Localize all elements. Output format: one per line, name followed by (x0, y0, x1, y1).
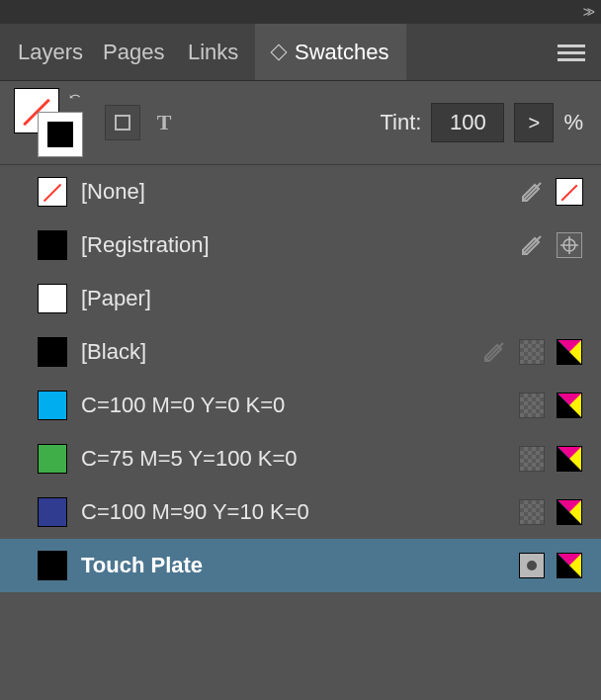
swatch-type-none-icon (556, 178, 583, 206)
cmyk-icon (556, 392, 583, 419)
cmyk-icon (556, 338, 583, 366)
type-icon: T (157, 110, 172, 135)
panel-menu-button[interactable] (542, 24, 601, 80)
tab-pages[interactable]: Pages (85, 24, 170, 80)
container-icon (115, 115, 130, 131)
panel-tabs: Layers Pages Links Swatches (0, 24, 601, 81)
panel-empty-area (0, 592, 601, 700)
cmyk-icon (556, 498, 583, 526)
svg-rect-0 (558, 44, 585, 47)
no-edit-icon (518, 178, 546, 206)
registration-icon (556, 231, 583, 259)
formatting-container-button[interactable] (105, 105, 140, 140)
tab-layers[interactable]: Layers (0, 24, 85, 80)
percent-label: % (563, 110, 583, 135)
swatch-name: [Paper] (81, 286, 583, 311)
swatch-name: [Registration] (81, 232, 504, 258)
hamburger-icon (558, 43, 585, 62)
swatch-chip (38, 284, 67, 313)
global-icon (518, 498, 546, 526)
global-icon (518, 445, 546, 473)
swatch-chip (38, 444, 67, 474)
swatch-chip (38, 497, 67, 527)
swatch-row-touch-plate[interactable]: Touch Plate (0, 539, 601, 592)
tab-links[interactable]: Links (170, 24, 255, 80)
tab-swatches[interactable]: Swatches (255, 24, 406, 80)
svg-line-4 (523, 236, 541, 254)
tint-label: Tint: (380, 110, 421, 135)
tint-control: Tint: > % (380, 103, 583, 142)
collapse-chevrons-icon[interactable]: >> (583, 4, 591, 20)
cmyk-icon (556, 445, 583, 473)
no-edit-icon (518, 231, 546, 259)
svg-line-8 (485, 343, 503, 361)
panel-top-strip: >> (0, 0, 601, 24)
swatch-chip (38, 551, 67, 580)
swatches-panel: >> Layers Pages Links Swatches ⤺ T Tint:… (0, 0, 601, 700)
global-icon (518, 392, 546, 419)
swatch-list: [None] [Registration] [Paper] [Black] (0, 164, 601, 592)
svg-line-3 (523, 183, 541, 201)
swatch-name: Touch Plate (81, 553, 504, 578)
cmyk-icon (556, 552, 583, 579)
tint-stepper[interactable]: > (514, 103, 554, 142)
swatch-name: C=100 M=0 Y=0 K=0 (81, 393, 504, 418)
stroke-proxy[interactable] (38, 112, 83, 157)
swatch-chip (38, 230, 67, 260)
swatch-name: C=100 M=90 Y=10 K=0 (81, 499, 504, 525)
swap-fill-stroke-icon[interactable]: ⤺ (69, 88, 81, 104)
swatch-row-green[interactable]: C=75 M=5 Y=100 K=0 (0, 432, 601, 485)
swatch-name: C=75 M=5 Y=100 K=0 (81, 446, 504, 472)
no-edit-icon (480, 338, 508, 366)
svg-rect-1 (558, 51, 585, 54)
swatch-row-none[interactable]: [None] (0, 165, 601, 219)
fill-stroke-proxy[interactable]: ⤺ (14, 88, 83, 157)
swatch-row-blue[interactable]: C=100 M=90 Y=10 K=0 (0, 485, 601, 539)
swatch-row-cyan[interactable]: C=100 M=0 Y=0 K=0 (0, 379, 601, 432)
swatches-diamond-icon (271, 44, 288, 60)
swatch-name: [None] (81, 179, 504, 205)
swatch-row-black[interactable]: [Black] (0, 325, 601, 379)
global-icon (518, 338, 546, 366)
formatting-text-button[interactable]: T (146, 105, 182, 140)
swatch-row-registration[interactable]: [Registration] (0, 219, 601, 272)
swatch-chip (38, 391, 67, 420)
swatch-chip (38, 177, 67, 207)
swatch-chip (38, 337, 67, 367)
swatch-name: [Black] (81, 339, 467, 365)
spot-color-icon (518, 552, 546, 579)
swatch-row-paper[interactable]: [Paper] (0, 272, 601, 325)
swatches-toolbar: ⤺ T Tint: > % (0, 81, 601, 164)
tint-input[interactable] (431, 103, 504, 142)
svg-rect-2 (558, 58, 585, 61)
